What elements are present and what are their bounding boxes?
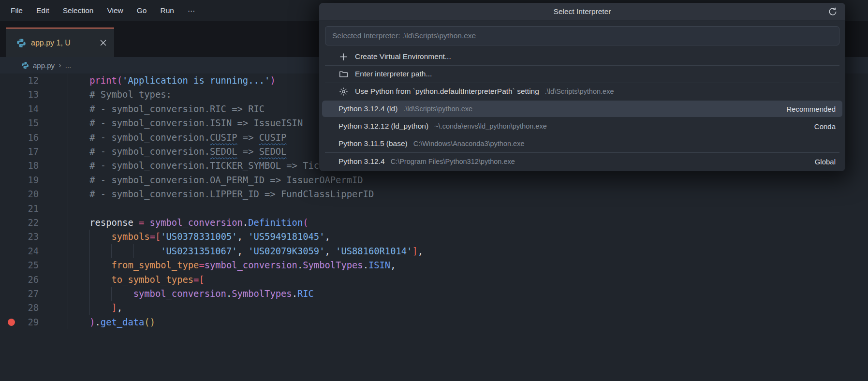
quickpick-item-python-3-12-4[interactable]: Python 3.12.4C:\Program Files\Python312\… (322, 153, 842, 170)
line-number[interactable]: 27 (0, 287, 39, 301)
code-text: to_symbol_types=[ (68, 273, 205, 287)
line-number[interactable]: 29 (0, 315, 39, 329)
code-line-28[interactable]: 28 ], (0, 301, 868, 315)
quickpick-item-enter-interpreter-path[interactable]: Enter interpreter path... (322, 66, 842, 82)
menu-item-go[interactable]: Go (130, 3, 154, 18)
code-text: # - symbol_conversion.ISIN => IssueISIN (68, 116, 303, 130)
quickpick-item-python-3-11-5-base[interactable]: Python 3.11.5 (base)C:\Windows\Anaconda3… (322, 135, 842, 152)
tab-label: app.py 1, U (31, 39, 71, 47)
code-line-25[interactable]: 25 from_symbol_type=symbol_conversion.Sy… (0, 258, 868, 272)
quickpick-item-badge: Recommended (786, 105, 836, 113)
code-text: symbol_conversion.SymbolTypes.RIC (68, 287, 314, 301)
code-line-19[interactable]: 19 # - symbol_conversion.OA_PERM_ID => I… (0, 173, 868, 187)
refresh-icon (828, 7, 838, 16)
breakpoint-icon[interactable] (8, 319, 15, 326)
line-number[interactable]: 14 (0, 102, 39, 116)
code-text: # - symbol_conversion.RIC => RIC (68, 102, 265, 116)
code-text: # - symbol_conversion.SEDOL => SEDOL (68, 145, 286, 159)
quickpick-item-detail: .\ld\Scripts\python.exe (403, 105, 472, 113)
quickpick-item-use-python-from-python-defaultinterpreterpath-setting[interactable]: Use Python from `python.defaultInterpret… (322, 83, 842, 100)
code-line-27[interactable]: 27 symbol_conversion.SymbolTypes.RIC (0, 287, 868, 301)
quickpick-item-detail: ~\.conda\envs\ld_python\python.exe (434, 122, 547, 130)
code-line-21[interactable]: 21 (0, 202, 868, 216)
python-file-icon-small (21, 61, 29, 69)
line-number[interactable]: 21 (0, 202, 39, 216)
quickpick-item-label: Python 3.12.4 (ld) (338, 104, 397, 113)
line-number[interactable]: 28 (0, 301, 39, 315)
line-number[interactable]: 19 (0, 173, 39, 187)
code-line-26[interactable]: 26 to_symbol_types=[ (0, 273, 868, 287)
menu-item-file[interactable]: File (4, 3, 29, 18)
quickpick-item-badge: Conda (814, 122, 836, 131)
quickpick-item-label: Use Python from `python.defaultInterpret… (355, 87, 539, 96)
quickpick-item-detail: C:\Windows\Anaconda3\python.exe (413, 140, 525, 147)
quickpick-item-badge: Global (815, 158, 836, 166)
select-interpreter-dialog: Select Interpreter Create Virtual Enviro… (319, 3, 845, 171)
line-number[interactable]: 26 (0, 273, 39, 287)
indent-guide (68, 202, 68, 216)
refresh-button[interactable] (827, 6, 839, 17)
code-text: ], (68, 301, 122, 315)
line-number[interactable]: 16 (0, 131, 39, 145)
code-text: # - symbol_conversion.LIPPER_ID => FundC… (68, 187, 374, 201)
breadcrumb-file[interactable]: app.py (33, 61, 55, 70)
line-number[interactable]: 23 (0, 230, 39, 244)
folder-icon (338, 69, 348, 79)
close-icon[interactable] (98, 38, 108, 48)
code-text: 'US0231351067', 'US02079K3059', 'US88160… (68, 244, 423, 258)
breadcrumb-more[interactable]: ... (65, 61, 72, 70)
separator (325, 152, 839, 153)
tab-app-py[interactable]: app.py 1, U (6, 28, 114, 57)
chevron-right-icon: › (59, 60, 61, 70)
code-text: symbols=['US0378331005', 'US5949181045', (68, 230, 330, 244)
quickpick-item-label: Python 3.12.12 (ld_python) (338, 122, 428, 131)
quickpick-item-label: Python 3.12.4 (338, 157, 385, 166)
interpreter-search-input[interactable] (325, 26, 839, 45)
code-text: # - symbol_conversion.CUSIP => CUSIP (68, 131, 286, 145)
code-line-24[interactable]: 24 'US0231351067', 'US02079K3059', 'US88… (0, 244, 868, 258)
menu-item-[interactable]: ··· (181, 3, 202, 18)
quickpick-item-detail: .\ld\Scripts\python.exe (545, 88, 614, 95)
quickpick-item-label: Python 3.11.5 (base) (338, 139, 408, 148)
line-number[interactable]: 17 (0, 145, 39, 159)
code-text: response = symbol_conversion.Definition( (68, 216, 309, 230)
line-number[interactable]: 24 (0, 244, 39, 258)
quickpick-item-detail: C:\Program Files\Python312\python.exe (391, 158, 515, 165)
vscode-window: FileEditSelectionViewGoRun··· app.py 1, … (0, 0, 868, 381)
menu-item-view[interactable]: View (100, 3, 130, 18)
line-number[interactable]: 18 (0, 159, 39, 173)
dialog-title: Select Interpreter (319, 3, 845, 20)
quickpick-item-label: Enter interpreter path... (355, 70, 432, 78)
code-line-23[interactable]: 23 symbols=['US0378331005', 'US594918104… (0, 230, 868, 244)
code-text: from_symbol_type=symbol_conversion.Symbo… (68, 258, 396, 272)
code-text: print('Application is running...') (68, 73, 276, 88)
code-text: ).get_data() (68, 315, 155, 329)
menu-item-selection[interactable]: Selection (56, 3, 101, 18)
menu-item-run[interactable]: Run (153, 3, 180, 18)
line-number[interactable]: 25 (0, 258, 39, 272)
line-number[interactable]: 20 (0, 187, 39, 201)
quickpick-item-python-3-12-12-ld-python[interactable]: Python 3.12.12 (ld_python)~\.conda\envs\… (322, 118, 842, 134)
python-file-icon (16, 38, 26, 48)
line-number[interactable]: 15 (0, 116, 39, 130)
add-icon (338, 52, 348, 61)
menu-item-edit[interactable]: Edit (29, 3, 56, 18)
line-number[interactable]: 13 (0, 88, 39, 102)
quickpick-item-label: Create Virtual Environment... (355, 52, 451, 61)
code-text: # - symbol_conversion.OA_PERM_ID => Issu… (68, 173, 363, 187)
line-number[interactable]: 12 (0, 73, 39, 88)
code-line-22[interactable]: 22 response = symbol_conversion.Definiti… (0, 216, 868, 230)
quickpick-item-python-3-12-4-ld[interactable]: Python 3.12.4 (ld).\ld\Scripts\python.ex… (322, 101, 842, 117)
code-text: # Symbol types: (68, 88, 172, 102)
code-line-29[interactable]: 29 ).get_data() (0, 315, 868, 329)
code-line-20[interactable]: 20 # - symbol_conversion.LIPPER_ID => Fu… (0, 187, 868, 201)
line-number[interactable]: 22 (0, 216, 39, 230)
quickpick-item-create-virtual-environment[interactable]: Create Virtual Environment... (322, 48, 842, 65)
gear-icon (338, 87, 348, 96)
